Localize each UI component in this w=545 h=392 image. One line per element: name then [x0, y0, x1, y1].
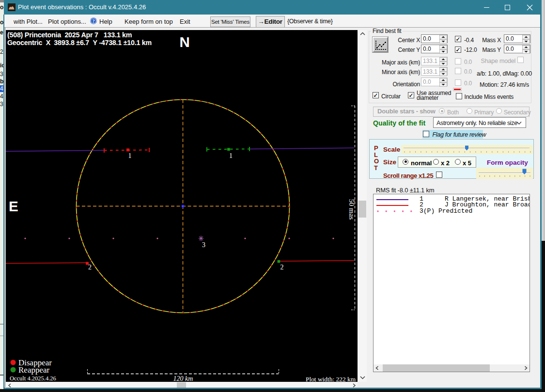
svg-text:Geocentric X 3893.8 ±6.7 Y: Geocentric X 3893.8 ±6.7 Y -4738.1 ±10.1…	[7, 39, 152, 47]
svg-text:Occult 4.2025.4.26: Occult 4.2025.4.26	[10, 375, 56, 382]
svg-text:(508) Princetonia 2025 Apr 7: (508) Princetonia 2025 Apr 7 133.1 km	[7, 31, 132, 39]
svg-text:N: N	[180, 34, 190, 50]
svg-text:2: 2	[280, 264, 284, 271]
svg-text:120 km: 120 km	[173, 375, 193, 382]
svg-text:?: ?	[93, 18, 95, 24]
svg-text:3: 3	[202, 241, 205, 249]
svg-text:E: E	[9, 198, 18, 214]
svg-text:Plot width: 222 km: Plot width: 222 km	[306, 376, 356, 382]
svg-text:1: 1	[229, 152, 233, 159]
svg-text:2: 2	[88, 264, 92, 271]
svg-text:Reappear: Reappear	[18, 365, 50, 375]
svg-text:1: 1	[128, 152, 132, 159]
svg-text:50 mas: 50 mas	[348, 199, 356, 220]
